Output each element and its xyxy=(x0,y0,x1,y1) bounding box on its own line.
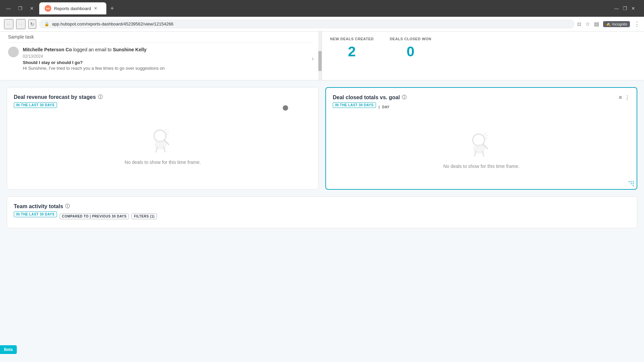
time-separator: | xyxy=(379,105,380,109)
deal-revenue-time-badge[interactable]: IN THE LAST 30 DAYS xyxy=(14,102,57,108)
url-text: app.hubspot.com/reports-dashboard/452395… xyxy=(52,21,173,26)
window-close-btn[interactable]: ✕ xyxy=(27,4,37,12)
contact-name: Sunshine Kelly xyxy=(113,47,146,52)
cast-icon[interactable]: ⊡ xyxy=(577,21,581,27)
window-restore-btn[interactable]: ❐ xyxy=(15,4,25,12)
resize-handle[interactable] xyxy=(629,181,634,186)
deal-revenue-empty-state: No deals to show for this time frame. xyxy=(14,112,312,178)
avatar xyxy=(8,47,19,57)
lock-icon: 🔒 xyxy=(44,22,49,26)
window-minimize-btn[interactable]: — xyxy=(3,4,13,12)
sample-task: Sample task xyxy=(8,32,314,43)
deal-revenue-info-icon[interactable]: ⓘ xyxy=(98,94,103,100)
deal-closed-badge-row: IN THE LAST 30 DAYS | DAY xyxy=(333,102,630,112)
activity-content: Mitchelle Peterson Co logged an email to… xyxy=(23,47,308,71)
deals-closed-label: DEALS CLOSED WON xyxy=(390,37,431,41)
svg-line-5 xyxy=(165,129,167,130)
refresh-button[interactable]: ↻ xyxy=(28,19,36,29)
activity-subject: Should I stay or should I go? xyxy=(23,60,308,65)
deal-closed-info-icon[interactable]: ⓘ xyxy=(402,95,407,101)
team-activity-section: Team activity totals ⓘ IN THE LAST 30 DA… xyxy=(0,196,644,235)
beta-badge: Beta xyxy=(0,345,17,354)
menu-icon[interactable]: ⋮ xyxy=(634,20,640,28)
scrollbar-thumb[interactable] xyxy=(318,51,322,71)
deals-closed-stat: DEALS CLOSED WON 0 xyxy=(390,37,431,60)
page-content: Sample task Mitchelle Peterson Co logged… xyxy=(0,32,644,362)
team-activity-compared-badge[interactable]: COMPARED TO | PREVIOUS 30 DAYS xyxy=(60,214,129,219)
nav-icons: ⊡ ☆ ▤ 🕵 Incognito ⋮ xyxy=(577,20,640,28)
restore-icon[interactable]: ❐ xyxy=(623,6,627,11)
close-icon[interactable]: ✕ xyxy=(631,6,635,11)
svg-line-14 xyxy=(485,135,487,136)
back-button[interactable]: ← xyxy=(4,19,13,29)
team-activity-card: Team activity totals ⓘ IN THE LAST 30 DA… xyxy=(7,196,637,228)
deal-revenue-empty-text: No deals to show for this time frame. xyxy=(124,160,201,165)
deal-revenue-title: Deal revenue forecast by stages ⓘ xyxy=(14,94,103,100)
filter-rows-icon[interactable]: ≡ xyxy=(619,95,622,101)
deal-closed-title: Deal closed totals vs. goal ⓘ xyxy=(333,95,407,101)
deal-closed-magnify-icon xyxy=(468,129,495,160)
new-deals-value: 2 xyxy=(330,44,374,60)
tab-bar: HS Reports dashboard ✕ + xyxy=(39,2,611,14)
svg-line-7 xyxy=(166,134,168,135)
address-bar[interactable]: 🔒 app.hubspot.com/reports-dashboard/4523… xyxy=(39,19,575,28)
minimize-icon[interactable]: — xyxy=(614,6,619,11)
scrollbar-track xyxy=(318,32,322,80)
stats-panel: NEW DEALS CREATED 2 DEALS CLOSED WON 0 xyxy=(322,32,644,80)
deal-closed-empty-state: No deals to show for this time frame. xyxy=(333,116,630,182)
sidebar-icon[interactable]: ▤ xyxy=(594,21,599,27)
incognito-icon: 🕵 xyxy=(606,22,611,26)
active-tab[interactable]: HS Reports dashboard ✕ xyxy=(39,2,106,14)
cards-section: Deal revenue forecast by stages ⓘ IN THE… xyxy=(0,80,644,196)
team-activity-filters-badge[interactable]: FILTERS (1) xyxy=(131,214,157,219)
deal-closed-time-badge[interactable]: IN THE LAST 30 DAYS xyxy=(333,102,376,108)
forward-button[interactable]: → xyxy=(16,19,25,29)
tab-close-btn[interactable]: ✕ xyxy=(94,6,97,11)
magnify-icon xyxy=(149,125,176,156)
expand-activity-btn[interactable]: › xyxy=(312,56,314,62)
svg-point-2 xyxy=(155,140,166,150)
new-deals-stat: NEW DEALS CREATED 2 xyxy=(330,37,374,60)
bookmark-icon[interactable]: ☆ xyxy=(585,21,590,27)
deal-closed-title-row: Deal closed totals vs. goal ⓘ ≡ ⋮ xyxy=(333,95,630,101)
team-activity-time-badge[interactable]: IN THE LAST 30 DAYS xyxy=(14,212,57,217)
deal-closed-actions: ≡ ⋮ xyxy=(619,95,630,101)
new-deals-label: NEW DEALS CREATED xyxy=(330,37,374,41)
time-period: DAY xyxy=(382,105,390,109)
activity-date: 02/13/2024 xyxy=(23,54,308,59)
activity-main: Mitchelle Peterson Co logged an email to… xyxy=(23,47,308,53)
nav-bar: ← → ↻ 🔒 app.hubspot.com/reports-dashboar… xyxy=(0,17,644,32)
top-row: Sample task Mitchelle Peterson Co logged… xyxy=(0,32,644,80)
hubspot-favicon: HS xyxy=(45,5,51,12)
team-activity-title-row: Team activity totals ⓘ xyxy=(14,203,630,209)
incognito-badge: 🕵 Incognito xyxy=(603,21,630,27)
deal-revenue-card: Deal revenue forecast by stages ⓘ IN THE… xyxy=(7,87,319,190)
svg-point-10 xyxy=(473,144,485,154)
new-tab-button[interactable]: + xyxy=(108,4,117,13)
svg-line-13 xyxy=(484,133,486,134)
svg-line-6 xyxy=(167,131,169,132)
deals-closed-value: 0 xyxy=(390,44,431,60)
activity-item: Mitchelle Peterson Co logged an email to… xyxy=(8,43,314,75)
tab-title: Reports dashboard xyxy=(54,6,91,11)
deal-closed-card: Deal closed totals vs. goal ⓘ ≡ ⋮ IN THE… xyxy=(325,87,637,190)
more-options-icon[interactable]: ⋮ xyxy=(625,95,630,101)
company-name: Mitchelle Peterson Co xyxy=(23,47,72,52)
browser-chrome: — ❐ ✕ HS Reports dashboard ✕ + — ❐ ✕ xyxy=(0,0,644,17)
team-activity-info-icon[interactable]: ⓘ xyxy=(65,203,70,209)
team-activity-title: Team activity totals ⓘ xyxy=(14,203,70,209)
activity-panel: Sample task Mitchelle Peterson Co logged… xyxy=(0,32,322,80)
activity-preview: Hi Sunshine, I've tried to reach you a f… xyxy=(23,66,308,71)
deal-closed-empty-text: No deals to show for this time frame. xyxy=(443,164,519,169)
team-activity-badges-row: IN THE LAST 30 DAYS COMPARED TO | PREVIO… xyxy=(14,212,630,221)
browser-window-controls: — ❐ ✕ xyxy=(614,6,641,11)
svg-line-15 xyxy=(485,138,487,139)
deal-revenue-title-row: Deal revenue forecast by stages ⓘ xyxy=(14,94,312,100)
